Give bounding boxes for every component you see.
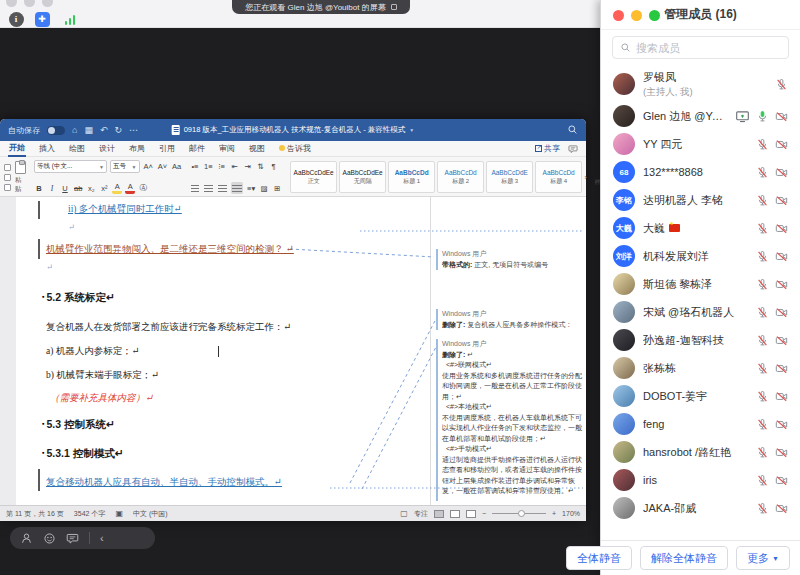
- member-row[interactable]: iris: [601, 466, 800, 494]
- window-close-button[interactable]: [6, 0, 17, 7]
- emoji-reaction-icon[interactable]: [43, 532, 56, 545]
- camera-muted-icon[interactable]: [775, 418, 788, 431]
- style-no-spacing[interactable]: AaBbCcDdEe无间隔: [339, 161, 386, 193]
- mute-all-button[interactable]: 全体静音: [566, 546, 632, 570]
- window-minimize-button[interactable]: [24, 0, 35, 7]
- proofing-icon[interactable]: ▣: [115, 509, 123, 518]
- mic-muted-icon[interactable]: [756, 502, 769, 515]
- paste-button[interactable]: 粘贴: [15, 160, 26, 194]
- undo-icon[interactable]: ↶: [100, 126, 108, 135]
- more-commands-icon[interactable]: ⋯: [129, 126, 138, 135]
- show-marks-button[interactable]: ¶: [269, 160, 279, 172]
- more-button[interactable]: 更多▼: [736, 546, 790, 570]
- focus-checkbox[interactable]: ▢: [400, 509, 408, 518]
- mic-muted-icon[interactable]: [756, 194, 769, 207]
- style-heading2[interactable]: AaBbCcDd标题 2: [437, 161, 484, 193]
- change-case-button[interactable]: Aa: [171, 161, 182, 173]
- styles-more-icon[interactable]: ›: [584, 173, 587, 182]
- borders-button[interactable]: ⊞: [272, 182, 282, 194]
- camera-muted-icon[interactable]: [775, 334, 788, 347]
- save-icon[interactable]: ▦: [84, 126, 93, 135]
- tab-home[interactable]: 开始: [8, 140, 26, 157]
- camera-muted-icon[interactable]: [775, 306, 788, 319]
- tab-tell-me[interactable]: 告诉我: [278, 141, 312, 156]
- zoom-slider[interactable]: [492, 513, 546, 514]
- home-icon[interactable]: ⌂: [72, 126, 77, 135]
- underline-button[interactable]: U: [60, 182, 70, 194]
- mic-muted-icon[interactable]: [756, 390, 769, 403]
- grow-font-button[interactable]: A˄: [143, 161, 154, 173]
- enclose-characters-button[interactable]: Ⓐ: [138, 182, 148, 194]
- copy-icon[interactable]: [4, 174, 11, 181]
- web-layout-view-icon[interactable]: [450, 510, 460, 518]
- mic-muted-icon[interactable]: [756, 166, 769, 179]
- strikethrough-button[interactable]: ab: [73, 182, 83, 194]
- share-button[interactable]: 共享: [535, 143, 560, 154]
- justify-button[interactable]: [231, 182, 243, 194]
- member-row-presenter[interactable]: Glen 边旭 @Youibot: [601, 102, 800, 130]
- style-heading1[interactable]: AaBbCcDd标题 1: [388, 161, 435, 193]
- mic-muted-icon[interactable]: [756, 278, 769, 291]
- zoom-percent[interactable]: 170%: [562, 510, 580, 517]
- mic-muted-icon[interactable]: [756, 334, 769, 347]
- decrease-indent-button[interactable]: ⇤: [230, 160, 240, 172]
- align-left-button[interactable]: [190, 182, 200, 194]
- camera-muted-icon[interactable]: [775, 278, 788, 291]
- zoom-out-icon[interactable]: −: [482, 510, 486, 517]
- shading-button[interactable]: ▨: [259, 182, 269, 194]
- word-count[interactable]: 3542 个字: [74, 509, 106, 519]
- member-row[interactable]: YY 四元: [601, 130, 800, 158]
- window-zoom-button[interactable]: [42, 0, 53, 7]
- revision-formatted[interactable]: Windows 用户 带格式的: 正文, 无项目符号或编号: [436, 249, 584, 270]
- unmute-all-button[interactable]: 解除全体静音: [640, 546, 728, 570]
- mic-muted-icon[interactable]: [756, 474, 769, 487]
- participants-icon[interactable]: [20, 532, 33, 545]
- tab-design[interactable]: 设计: [98, 141, 116, 156]
- align-right-button[interactable]: [217, 182, 228, 194]
- numbering-button[interactable]: 1≡: [203, 160, 214, 172]
- camera-muted-icon[interactable]: [775, 474, 788, 487]
- bullets-button[interactable]: •≡: [190, 160, 200, 172]
- chat-icon[interactable]: [66, 532, 79, 545]
- title-chevron-icon[interactable]: ▼: [409, 127, 414, 133]
- mic-muted-icon[interactable]: [756, 362, 769, 375]
- mic-muted-icon[interactable]: [756, 418, 769, 431]
- camera-muted-icon[interactable]: [775, 194, 788, 207]
- member-row[interactable]: feng: [601, 410, 800, 438]
- cut-icon[interactable]: [4, 164, 11, 171]
- outline-view-icon[interactable]: [466, 510, 476, 518]
- meeting-info-icon[interactable]: i: [8, 11, 24, 27]
- redo-icon[interactable]: ↻: [115, 126, 123, 135]
- language-indicator[interactable]: 中文 (中国): [133, 509, 168, 519]
- panel-close-button[interactable]: [613, 10, 624, 21]
- camera-muted-icon[interactable]: [775, 502, 788, 515]
- comments-icon[interactable]: [568, 144, 578, 154]
- member-row[interactable]: 斯坦德 黎栋泽: [601, 270, 800, 298]
- member-search-box[interactable]: [612, 36, 789, 59]
- member-row[interactable]: 大巍 大巍: [601, 214, 800, 242]
- member-row[interactable]: 李铭 达明机器人 李铭: [601, 186, 800, 214]
- bold-button[interactable]: B: [34, 182, 44, 194]
- member-search-input[interactable]: [636, 42, 781, 54]
- shrink-font-button[interactable]: A˅: [157, 161, 168, 173]
- subscript-button[interactable]: x₂: [86, 182, 96, 194]
- panel-minimize-button[interactable]: [631, 10, 642, 21]
- mic-muted-icon[interactable]: [756, 222, 769, 235]
- camera-muted-icon[interactable]: [775, 138, 788, 151]
- member-row[interactable]: 68 132****8868: [601, 158, 800, 186]
- member-row[interactable]: 刘洋 机科发展刘洋: [601, 242, 800, 270]
- mic-muted-icon[interactable]: [756, 138, 769, 151]
- autosave-toggle[interactable]: [47, 126, 65, 135]
- camera-muted-icon[interactable]: [775, 390, 788, 403]
- increase-indent-button[interactable]: ⇥: [243, 160, 253, 172]
- font-name-select[interactable]: 等线 (中文...▼: [34, 160, 107, 173]
- camera-muted-icon[interactable]: [775, 250, 788, 263]
- network-signal-icon[interactable]: [62, 11, 78, 27]
- superscript-button[interactable]: x²: [99, 182, 109, 194]
- meeting-security-shield-icon[interactable]: ✚: [34, 11, 50, 27]
- style-heading3[interactable]: AaBbCcDdE标题 3: [486, 161, 533, 193]
- member-row[interactable]: DOBOT-姜宇: [601, 382, 800, 410]
- style-normal[interactable]: AaBbCcDdEe正文: [290, 161, 337, 193]
- tab-draw[interactable]: 绘图: [68, 141, 86, 156]
- member-row-host[interactable]: 罗银凤 (主持人, 我): [601, 66, 800, 102]
